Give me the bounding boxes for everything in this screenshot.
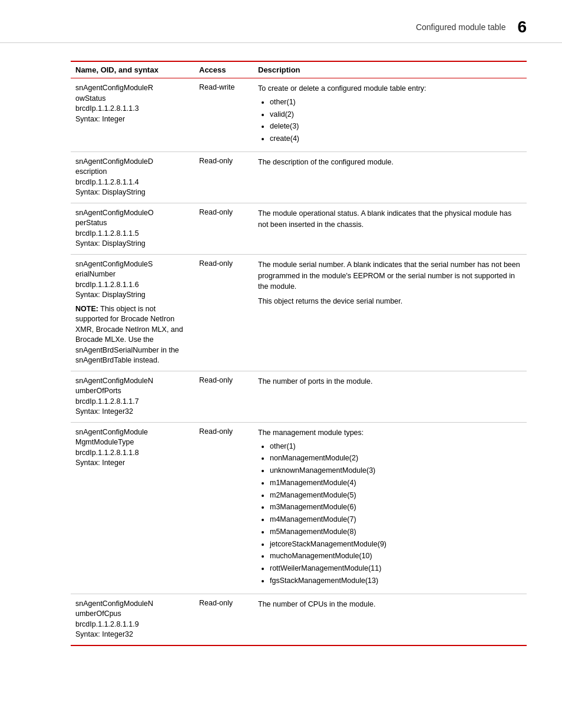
- cell-access-4: Read-only: [194, 371, 253, 422]
- page-title: Configured module table: [416, 22, 506, 32]
- col-header-name: Name, OID, and syntax: [71, 61, 194, 78]
- table-row: snAgentConfigModuleOperStatusbrcdIp.1.1.…: [71, 203, 527, 254]
- main-table: Name, OID, and syntax Access Description…: [71, 61, 527, 646]
- cell-name-2: snAgentConfigModuleOperStatusbrcdIp.1.1.…: [71, 203, 194, 254]
- cell-desc-2: The module operational status. A blank i…: [253, 203, 527, 254]
- cell-access-5: Read-only: [194, 422, 253, 594]
- cell-access-2: Read-only: [194, 203, 253, 254]
- cell-name-0: snAgentConfigModuleRowStatusbrcdIp.1.1.2…: [71, 78, 194, 152]
- cell-desc-1: The description of the configured module…: [253, 151, 527, 203]
- cell-desc-5: The management module types:other(1)nonM…: [253, 422, 527, 594]
- page-header: Configured module table 6: [0, 0, 562, 43]
- cell-access-3: Read-only: [194, 254, 253, 371]
- cell-access-1: Read-only: [194, 151, 253, 203]
- note-label: NOTE:: [75, 305, 100, 313]
- table-row: snAgentConfigModuleRowStatusbrcdIp.1.1.2…: [71, 78, 527, 152]
- table-row: snAgentConfigModuleNumberOfPortsbrcdIp.1…: [71, 371, 527, 422]
- cell-name-4: snAgentConfigModuleNumberOfPortsbrcdIp.1…: [71, 371, 194, 422]
- table-row: snAgentConfigModuleNumberOfCpusbrcdIp.1.…: [71, 594, 527, 645]
- table-header-row: Name, OID, and syntax Access Description: [71, 61, 527, 78]
- cell-access-6: Read-only: [194, 594, 253, 645]
- cell-desc-6: The number of CPUs in the module.: [253, 594, 527, 645]
- table-row: snAgentConfigModuleMgmtModuleTypebrcdIp.…: [71, 422, 527, 594]
- col-header-desc: Description: [253, 61, 527, 78]
- content-area: Name, OID, and syntax Access Description…: [0, 43, 562, 670]
- cell-name-3: snAgentConfigModuleSerialNumberbrcdIp.1.…: [71, 254, 194, 371]
- note-text: This object is not supported for Brocade…: [75, 305, 183, 365]
- page-number: 6: [517, 18, 527, 37]
- cell-desc-4: The number of ports in the module.: [253, 371, 527, 422]
- cell-access-0: Read-write: [194, 78, 253, 152]
- cell-name-6: snAgentConfigModuleNumberOfCpusbrcdIp.1.…: [71, 594, 194, 645]
- cell-desc-3: The module serial number. A blank indica…: [253, 254, 527, 371]
- cell-name-5: snAgentConfigModuleMgmtModuleTypebrcdIp.…: [71, 422, 194, 594]
- table-row: snAgentConfigModuleSerialNumberbrcdIp.1.…: [71, 254, 527, 371]
- col-header-access: Access: [194, 61, 253, 78]
- cell-name-1: snAgentConfigModuleDescriptionbrcdIp.1.1…: [71, 151, 194, 203]
- cell-desc-0: To create or delete a configured module …: [253, 78, 527, 152]
- table-row: snAgentConfigModuleDescriptionbrcdIp.1.1…: [71, 151, 527, 203]
